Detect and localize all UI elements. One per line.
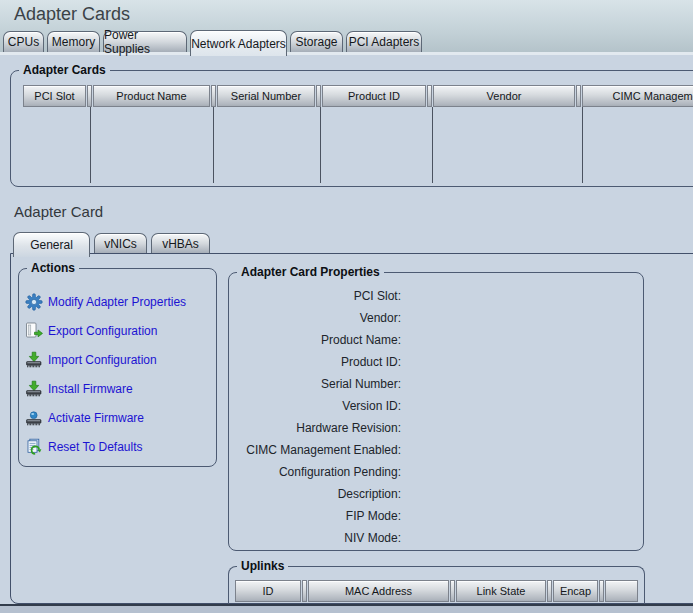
action-label: Install Firmware — [48, 382, 133, 396]
property-value — [407, 307, 627, 329]
property-labels: PCI Slot: Vendor: Product Name: Product … — [233, 285, 401, 549]
activate-icon — [25, 409, 43, 427]
cimc-network-adapters-screen: Adapter Cards CPUs Memory Power Supplies… — [0, 0, 693, 613]
column-separator[interactable] — [576, 85, 581, 107]
property-label: PCI Slot: — [233, 285, 401, 307]
uplinks-header-row: ID MAC Address Link State Encap — [235, 580, 638, 602]
tab-vhbas[interactable]: vHBAs — [151, 233, 210, 253]
column-separator[interactable] — [547, 580, 552, 602]
adapter-cards-fieldset: Adapter Cards PCI Slot Product Name Seri… — [10, 70, 693, 187]
property-value — [407, 439, 627, 461]
tab-cpus[interactable]: CPUs — [3, 31, 44, 52]
gear-icon — [25, 293, 43, 311]
property-label: Product Name: — [233, 329, 401, 351]
column-header-blank[interactable] — [605, 580, 638, 602]
action-reset-to-defaults[interactable]: Reset To Defaults — [25, 437, 143, 457]
tab-general[interactable]: General — [13, 232, 90, 257]
sub-tab-bar: General vNICs vHBAs — [13, 232, 210, 253]
column-separator[interactable] — [316, 85, 321, 107]
tab-network-adapters[interactable]: Network Adapters — [190, 30, 287, 56]
property-label: Version ID: — [233, 395, 401, 417]
property-value — [407, 417, 627, 439]
grid-line — [432, 107, 433, 183]
action-modify-adapter-properties[interactable]: Modify Adapter Properties — [25, 292, 186, 312]
action-activate-firmware[interactable]: Activate Firmware — [25, 408, 144, 428]
property-value — [407, 373, 627, 395]
action-label: Modify Adapter Properties — [48, 295, 186, 309]
tab-pci-adapters[interactable]: PCI Adapters — [346, 31, 422, 52]
adapter-card-properties-legend: Adapter Card Properties — [237, 265, 384, 280]
uplinks-legend: Uplinks — [237, 559, 288, 574]
column-separator[interactable] — [599, 580, 604, 602]
property-value — [407, 527, 627, 549]
property-label: CIMC Management Enabled: — [233, 439, 401, 461]
tab-memory[interactable]: Memory — [47, 31, 100, 52]
grid-line — [320, 107, 321, 183]
adapter-cards-legend: Adapter Cards — [19, 63, 110, 78]
page-title: Adapter Cards — [14, 4, 130, 25]
column-header-vendor[interactable]: Vendor — [433, 85, 575, 107]
property-value — [407, 483, 627, 505]
property-label: FIP Mode: — [233, 505, 401, 527]
property-value — [407, 329, 627, 351]
property-value — [407, 285, 627, 307]
export-icon — [25, 322, 43, 340]
column-separator[interactable] — [427, 85, 432, 107]
action-label: Export Configuration — [48, 324, 157, 338]
actions-fieldset: Actions Modify Adapter Properties — [18, 268, 217, 467]
property-values — [407, 285, 627, 549]
column-header-product-id[interactable]: Product ID — [322, 85, 426, 107]
property-label: Configuration Pending: — [233, 461, 401, 483]
column-header-encap[interactable]: Encap — [553, 580, 598, 602]
column-separator[interactable] — [211, 85, 216, 107]
property-value — [407, 395, 627, 417]
column-header-pci-slot[interactable]: PCI Slot — [23, 85, 86, 107]
import-icon — [25, 351, 43, 369]
bottom-strip — [0, 604, 693, 613]
install-icon — [25, 380, 43, 398]
grid-line — [213, 107, 214, 183]
column-header-link-state[interactable]: Link State — [456, 580, 546, 602]
property-label: Description: — [233, 483, 401, 505]
column-separator[interactable] — [450, 580, 455, 602]
property-label: Hardware Revision: — [233, 417, 401, 439]
grid-line — [582, 107, 583, 183]
column-header-product-name[interactable]: Product Name — [93, 85, 210, 107]
actions-legend: Actions — [27, 261, 79, 276]
action-label: Activate Firmware — [48, 411, 144, 425]
column-separator[interactable] — [302, 580, 307, 602]
property-label: NIV Mode: — [233, 527, 401, 549]
action-label: Import Configuration — [48, 353, 157, 367]
property-value — [407, 461, 627, 483]
adapter-cards-header-row: PCI Slot Product Name Serial Number Prod… — [23, 85, 693, 107]
property-value — [407, 505, 627, 527]
tab-vnics[interactable]: vNICs — [94, 233, 147, 253]
column-header-cimc-management[interactable]: CIMC Management Enabled — [582, 85, 693, 107]
main-tab-bar: CPUs Memory Power Supplies Network Adapt… — [3, 30, 422, 52]
property-label: Vendor: — [233, 307, 401, 329]
section-title: Adapter Card — [14, 203, 103, 220]
column-header-mac-address[interactable]: MAC Address — [308, 580, 449, 602]
property-value — [407, 351, 627, 373]
property-label: Product ID: — [233, 351, 401, 373]
reset-icon — [25, 438, 43, 456]
column-header-serial-number[interactable]: Serial Number — [217, 85, 315, 107]
column-separator[interactable] — [87, 85, 92, 107]
grid-line — [90, 107, 91, 183]
adapter-card-properties-fieldset: Adapter Card Properties PCI Slot: Vendor… — [228, 272, 644, 551]
action-import-configuration[interactable]: Import Configuration — [25, 350, 157, 370]
action-label: Reset To Defaults — [48, 440, 143, 454]
action-export-configuration[interactable]: Export Configuration — [25, 321, 157, 341]
tab-power-supplies[interactable]: Power Supplies — [103, 31, 187, 52]
property-label: Serial Number: — [233, 373, 401, 395]
tab-storage[interactable]: Storage — [290, 31, 343, 52]
action-install-firmware[interactable]: Install Firmware — [25, 379, 133, 399]
column-header-id[interactable]: ID — [235, 580, 301, 602]
